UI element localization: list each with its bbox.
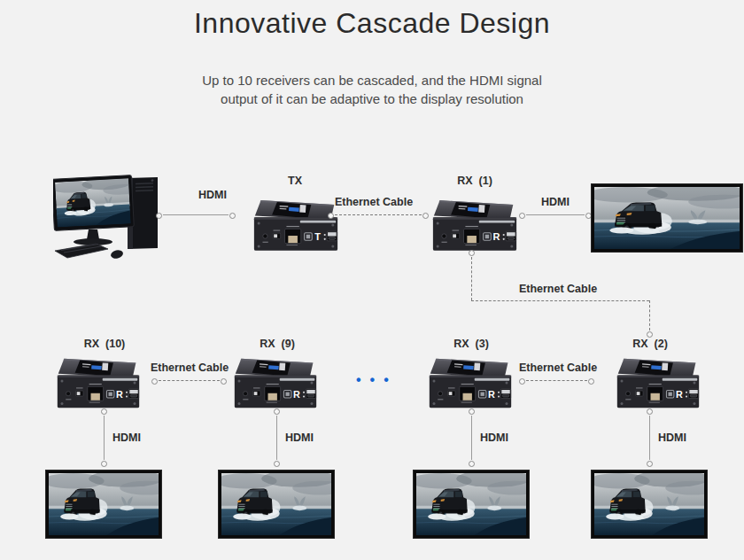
ethernet-cable-rx10-rx9 (159, 380, 220, 381)
hdmi-cable-pc-tx (163, 214, 229, 215)
hdmi-label-rx2-tv: HDMI (658, 432, 686, 444)
ethernet-label-cascade: Ethernet Cable (509, 283, 607, 295)
rx2-device: R (615, 354, 701, 411)
cascade-design-infographic: Innovative Cascade Design Up to 10 recei… (0, 0, 744, 560)
tx-device-letter: T (314, 231, 321, 242)
hdmi-cable-rx1-tv (526, 214, 585, 215)
tv-display-5 (592, 471, 707, 538)
tv-display-3 (219, 471, 334, 538)
hdmi-label-rx3-tv: HDMI (480, 432, 508, 444)
ethernet-label-rx3-rx2: Ethernet Cable (509, 362, 607, 374)
rx1-device-letter: R (493, 231, 500, 242)
rx1-device-label: RX (1) (438, 175, 512, 187)
hdmi-label-rx10-tv: HDMI (112, 432, 141, 444)
hdmi-label-pc-tx: HDMI (175, 189, 250, 201)
cascade-cable-vertical-1 (471, 257, 472, 300)
cascade-cable-horizontal (471, 300, 649, 301)
rx2-device-letter: R (676, 389, 683, 400)
ethernet-cable-rx3-rx2 (526, 380, 587, 381)
ethernet-cable-tx-rx1 (335, 214, 422, 215)
hdmi-label-rx9-tv: HDMI (285, 432, 314, 444)
cascade-ellipsis-dots: ••• (356, 372, 398, 388)
cascade-cable-vertical-2 (649, 300, 650, 331)
rx9-device-label: RX (9) (240, 338, 314, 350)
tx-device-label: TX (258, 175, 332, 187)
hdmi-cable-rx2-tv (649, 416, 650, 460)
tv-display-4 (414, 471, 529, 538)
ethernet-label-rx10-rx9: Ethernet Cable (141, 362, 238, 374)
hdmi-label-rx1-tv: HDMI (518, 196, 593, 208)
rx10-device-letter: R (116, 389, 123, 400)
rx9-device: R (232, 354, 319, 411)
hdmi-cable-rx3-tv (471, 416, 472, 460)
rx10-device: R (55, 354, 142, 411)
rx3-device-letter: R (488, 389, 495, 400)
hdmi-cable-rx10-tv (104, 416, 105, 460)
rx2-device-label: RX (2) (613, 338, 687, 350)
subtitle-line-2: output of it can be adaptive to the disp… (0, 91, 744, 106)
rx3-device: R (427, 354, 514, 411)
rx3-device-label: RX (3) (434, 338, 508, 350)
rx10-device-label: RX (10) (67, 338, 142, 350)
page-title: Innovative Cascade Design (0, 7, 744, 40)
tv-display-2 (46, 471, 161, 538)
desktop-pc-illustration (53, 165, 168, 266)
rx1-device: R (430, 197, 519, 253)
tv-display-1 (592, 184, 742, 252)
subtitle-line-1: Up to 10 receivers can be cascaded, and … (0, 73, 744, 88)
hdmi-cable-rx9-tv (276, 416, 277, 460)
ethernet-label-tx-rx1: Ethernet Cable (325, 196, 422, 208)
rx9-device-letter: R (293, 389, 300, 400)
